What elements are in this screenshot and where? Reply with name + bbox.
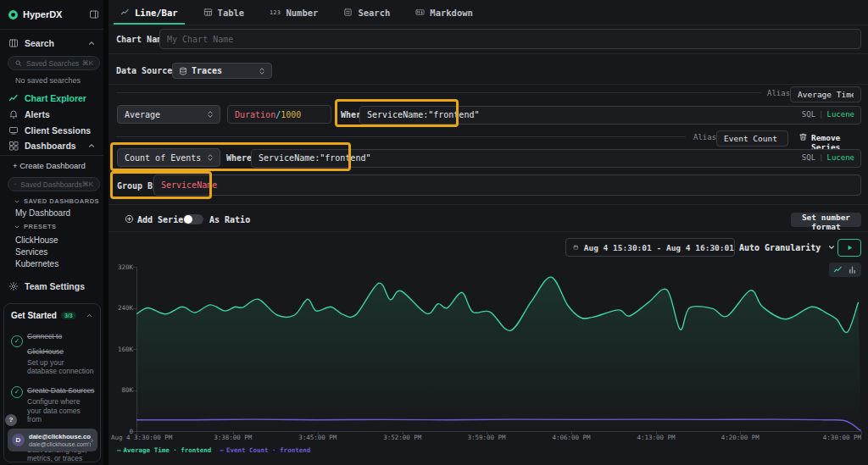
x-axis-label: 3:45:00 PM (298, 434, 337, 441)
columns-icon (8, 38, 19, 48)
search-icon (14, 59, 22, 67)
x-axis-label: 3:38:00 PM (214, 434, 252, 441)
view-tabbar: Line/Bar Table 123 Number Search Markdow… (108, 0, 868, 25)
progress-badge: 3/3 (61, 312, 76, 319)
tab-markdown[interactable]: Markdown (412, 0, 476, 25)
bell-icon (8, 109, 19, 119)
x-axis-label: 3:52:00 PM (383, 434, 421, 441)
x-axis-label: Aug 4 3:30:00 PM (111, 434, 172, 441)
sidebar-item-team-settings[interactable]: Team Settings (0, 280, 103, 293)
check-circle-icon: ✓ (11, 335, 23, 347)
chevron-updown-icon (206, 152, 214, 163)
tab-line-bar[interactable]: Line/Bar (117, 0, 181, 25)
tab-number[interactable]: 123 Number (266, 0, 321, 25)
play-icon (846, 244, 854, 252)
series2-where-input[interactable] (251, 149, 861, 168)
lucene-mode-button[interactable]: Lucene (826, 110, 854, 119)
calendar-icon (573, 243, 579, 252)
data-source-select[interactable]: Traces (172, 63, 272, 79)
saved-dashboards-input[interactable]: Saved Dashboards ⌘K (8, 177, 100, 191)
series1-alias-input[interactable] (790, 86, 861, 102)
sidebar-item-client-sessions[interactable]: Client Sessions (0, 124, 103, 137)
y-axis-label: 80K (108, 386, 133, 394)
series1-field-input[interactable]: Duration/1000 (227, 105, 331, 124)
data-source-label: Data Source (116, 66, 172, 75)
sql-mode-button[interactable]: SQL (802, 153, 815, 162)
chevron-up-icon[interactable] (87, 39, 96, 47)
lucene-mode-button[interactable]: Lucene (826, 153, 854, 162)
user-menu[interactable]: D dale@clickhouse.com dale@clickhouse.co… (8, 429, 97, 451)
chevron-down-icon (14, 198, 20, 205)
legend-dash: — (220, 446, 224, 454)
sidebar-item-my-dashboard[interactable]: My Dashboard (15, 208, 70, 218)
saved-searches-input[interactable]: Saved Searches ⌘K (8, 56, 100, 70)
monitor-icon (8, 125, 19, 136)
add-circle-icon[interactable] (125, 214, 134, 224)
alias-label: Alias (693, 133, 716, 141)
sidebar-item-services[interactable]: Services (15, 247, 47, 257)
as-ratio-label: As Ratio (209, 215, 250, 224)
legend-item[interactable]: —Average Time · frontend (117, 446, 211, 454)
sidebar-item-search[interactable]: Search (0, 36, 103, 50)
number-123-icon: 123 (270, 9, 281, 16)
chevron-right-icon: › (91, 436, 93, 445)
tab-table[interactable]: Table (200, 0, 248, 25)
sidebar-item-chart-explorer[interactable]: Chart Explorer (0, 91, 103, 105)
tab-search[interactable]: Search (340, 0, 393, 25)
add-series-button[interactable]: Add Series (137, 215, 188, 224)
get-started-item[interactable]: ✓ Connect to ClickHouse Set up your data… (4, 324, 100, 378)
line-chart-icon (120, 8, 130, 17)
y-axis-label: 160K (108, 346, 133, 353)
chart-line-icon (8, 93, 19, 103)
y-axis-label: 240K (108, 304, 133, 312)
chart-name-input[interactable] (159, 29, 861, 49)
shortcut-badge: ⌘K (82, 59, 93, 67)
no-saved-searches-text: No saved searches (15, 76, 81, 85)
app-window: HyperDX Search Saved Searches ⌘K No save… (0, 0, 868, 465)
series1-aggregation-select[interactable]: Average (117, 105, 220, 124)
series2-alias-input[interactable] (716, 130, 788, 147)
get-started-title: Get Started (11, 311, 57, 320)
time-series-chart: 080K160K240K320K Aug 4 3:30:00 PM3:38:00… (108, 261, 868, 465)
alias-label: Alias (767, 89, 790, 97)
create-dashboard-button[interactable]: + Create Dashboard (13, 161, 86, 170)
chart-plot (136, 267, 861, 431)
sidebar: HyperDX Search Saved Searches ⌘K No save… (0, 0, 103, 465)
saved-dashboards-section-header[interactable]: SAVED DASHBOARDS (14, 197, 99, 205)
chart-legend: —Average Time · frontend—Event Count · f… (117, 446, 310, 454)
x-axis-label: 4:06:00 PM (552, 434, 590, 441)
help-button[interactable]: ? (5, 414, 17, 426)
search-list-icon (343, 8, 353, 17)
as-ratio-toggle[interactable] (183, 214, 203, 224)
chevron-down-icon (14, 224, 20, 230)
group-by-input[interactable]: ServiceName (153, 174, 861, 196)
where-label: Where (226, 153, 252, 163)
x-axis-label: 4:20:00 PM (721, 434, 760, 441)
trash-icon[interactable] (798, 132, 808, 141)
collapse-sidebar-icon[interactable] (89, 9, 99, 19)
run-query-button[interactable] (837, 239, 861, 257)
sidebar-item-kubernetes[interactable]: Kubernetes (15, 259, 58, 268)
sql-mode-button[interactable]: SQL (802, 110, 815, 119)
legend-item[interactable]: —Event Count · frontend (220, 446, 310, 454)
chevron-up-icon[interactable] (87, 141, 96, 150)
table-icon (203, 8, 213, 17)
chevron-up-icon[interactable] (86, 312, 93, 319)
x-axis-label: 3:59:00 PM (467, 434, 505, 441)
markdown-icon (415, 8, 425, 17)
sidebar-item-clickhouse[interactable]: ClickHouse (15, 235, 58, 245)
set-number-format-button[interactable]: Set number format (791, 213, 861, 227)
chevron-updown-icon (206, 109, 214, 119)
get-started-item[interactable]: ✓ Create Data Sources Configure where yo… (4, 378, 100, 426)
granularity-select[interactable]: Auto Granularity (739, 240, 836, 255)
presets-section-header[interactable]: PRESETS (14, 223, 57, 230)
date-range-input[interactable]: Aug 4 15:30:01 - Aug 4 16:30:01 (565, 238, 735, 257)
series2-aggregation-select[interactable]: Count of Events (117, 148, 220, 167)
shortcut-badge: ⌘K (82, 180, 93, 188)
group-by-label: Group By (117, 181, 158, 191)
series1-where-input[interactable] (359, 106, 861, 125)
dashboard-grid-icon (8, 141, 19, 151)
user-email: dale@clickhouse.com (29, 433, 91, 440)
sidebar-item-alerts[interactable]: Alerts (0, 108, 103, 121)
sidebar-item-dashboards[interactable]: Dashboards (0, 139, 103, 152)
